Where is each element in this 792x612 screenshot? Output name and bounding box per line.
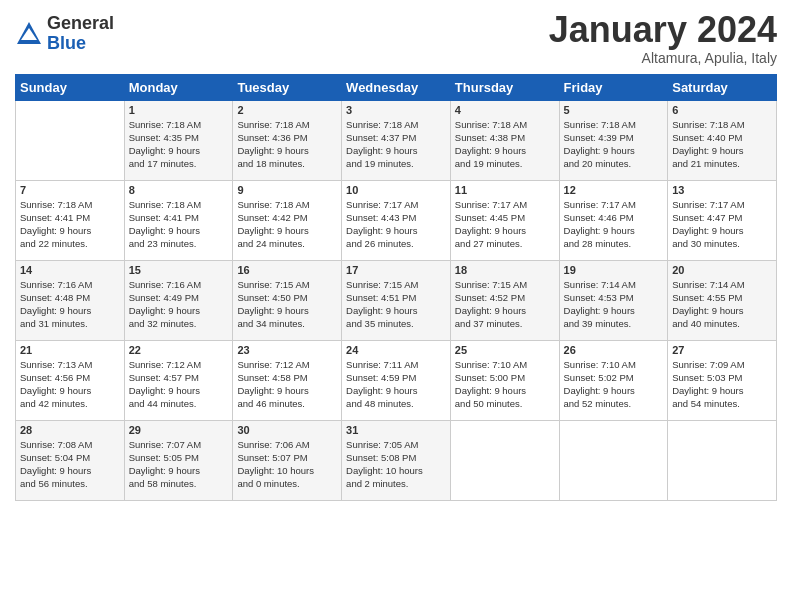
week-row-0: 1Sunrise: 7:18 AMSunset: 4:35 PMDaylight… (16, 100, 777, 180)
day-number: 5 (564, 104, 664, 116)
day-cell: 26Sunrise: 7:10 AMSunset: 5:02 PMDayligh… (559, 340, 668, 420)
day-info-line: and 42 minutes. (20, 398, 88, 409)
day-info: Sunrise: 7:12 AMSunset: 4:57 PMDaylight:… (129, 358, 229, 411)
day-info-line: and 26 minutes. (346, 238, 414, 249)
day-info-line: Daylight: 9 hours (455, 305, 526, 316)
day-info-line: and 52 minutes. (564, 398, 632, 409)
day-info-line: Daylight: 9 hours (564, 305, 635, 316)
calendar-body: 1Sunrise: 7:18 AMSunset: 4:35 PMDaylight… (16, 100, 777, 500)
day-info-line: Sunset: 4:53 PM (564, 292, 634, 303)
day-info-line: and 48 minutes. (346, 398, 414, 409)
day-cell: 27Sunrise: 7:09 AMSunset: 5:03 PMDayligh… (668, 340, 777, 420)
day-number: 6 (672, 104, 772, 116)
day-info-line: Daylight: 9 hours (20, 385, 91, 396)
day-info-line: and 22 minutes. (20, 238, 88, 249)
day-info: Sunrise: 7:16 AMSunset: 4:48 PMDaylight:… (20, 278, 120, 331)
day-info-line: Sunrise: 7:15 AM (455, 279, 527, 290)
day-info-line: Sunrise: 7:11 AM (346, 359, 418, 370)
day-number: 31 (346, 424, 446, 436)
day-info: Sunrise: 7:09 AMSunset: 5:03 PMDaylight:… (672, 358, 772, 411)
header-tuesday: Tuesday (233, 74, 342, 100)
day-info-line: and 31 minutes. (20, 318, 88, 329)
day-info-line: Daylight: 9 hours (237, 145, 308, 156)
day-cell: 5Sunrise: 7:18 AMSunset: 4:39 PMDaylight… (559, 100, 668, 180)
header-monday: Monday (124, 74, 233, 100)
day-info-line: Sunrise: 7:17 AM (346, 199, 418, 210)
day-info: Sunrise: 7:18 AMSunset: 4:39 PMDaylight:… (564, 118, 664, 171)
day-cell: 10Sunrise: 7:17 AMSunset: 4:43 PMDayligh… (342, 180, 451, 260)
day-number: 2 (237, 104, 337, 116)
day-number: 18 (455, 264, 555, 276)
day-info-line: Sunrise: 7:14 AM (672, 279, 744, 290)
day-info: Sunrise: 7:18 AMSunset: 4:42 PMDaylight:… (237, 198, 337, 251)
day-info-line: Sunrise: 7:10 AM (564, 359, 636, 370)
week-row-1: 7Sunrise: 7:18 AMSunset: 4:41 PMDaylight… (16, 180, 777, 260)
day-info-line: Sunrise: 7:07 AM (129, 439, 201, 450)
day-info-line: and 56 minutes. (20, 478, 88, 489)
day-info-line: Sunrise: 7:14 AM (564, 279, 636, 290)
calendar-container: General Blue January 2024 Altamura, Apul… (0, 0, 792, 511)
day-number: 16 (237, 264, 337, 276)
day-info-line: Sunrise: 7:18 AM (20, 199, 92, 210)
day-info-line: Sunrise: 7:18 AM (237, 119, 309, 130)
day-cell: 13Sunrise: 7:17 AMSunset: 4:47 PMDayligh… (668, 180, 777, 260)
day-info-line: and 23 minutes. (129, 238, 197, 249)
day-info: Sunrise: 7:16 AMSunset: 4:49 PMDaylight:… (129, 278, 229, 331)
day-info-line: and 30 minutes. (672, 238, 740, 249)
day-info: Sunrise: 7:11 AMSunset: 4:59 PMDaylight:… (346, 358, 446, 411)
day-info: Sunrise: 7:06 AMSunset: 5:07 PMDaylight:… (237, 438, 337, 491)
day-number: 21 (20, 344, 120, 356)
day-info-line: Sunset: 4:58 PM (237, 372, 307, 383)
day-number: 23 (237, 344, 337, 356)
day-info: Sunrise: 7:15 AMSunset: 4:51 PMDaylight:… (346, 278, 446, 331)
day-info-line: and 35 minutes. (346, 318, 414, 329)
day-info-line: Sunset: 4:48 PM (20, 292, 90, 303)
day-info-line: Sunset: 4:35 PM (129, 132, 199, 143)
day-info-line: Sunset: 4:51 PM (346, 292, 416, 303)
day-cell: 2Sunrise: 7:18 AMSunset: 4:36 PMDaylight… (233, 100, 342, 180)
day-number: 29 (129, 424, 229, 436)
day-info-line: Sunrise: 7:12 AM (129, 359, 201, 370)
day-info-line: Sunset: 4:46 PM (564, 212, 634, 223)
day-info-line: Daylight: 9 hours (129, 465, 200, 476)
day-info: Sunrise: 7:17 AMSunset: 4:43 PMDaylight:… (346, 198, 446, 251)
day-info-line: and 18 minutes. (237, 158, 305, 169)
week-row-4: 28Sunrise: 7:08 AMSunset: 5:04 PMDayligh… (16, 420, 777, 500)
day-info-line: Daylight: 9 hours (346, 145, 417, 156)
day-cell: 31Sunrise: 7:05 AMSunset: 5:08 PMDayligh… (342, 420, 451, 500)
day-info-line: Daylight: 9 hours (129, 305, 200, 316)
day-info-line: Sunrise: 7:18 AM (672, 119, 744, 130)
day-info-line: Sunset: 4:49 PM (129, 292, 199, 303)
day-info-line: Sunrise: 7:13 AM (20, 359, 92, 370)
day-cell: 7Sunrise: 7:18 AMSunset: 4:41 PMDaylight… (16, 180, 125, 260)
day-info-line: and 28 minutes. (564, 238, 632, 249)
day-cell: 1Sunrise: 7:18 AMSunset: 4:35 PMDaylight… (124, 100, 233, 180)
day-info-line: and 17 minutes. (129, 158, 197, 169)
day-info-line: Sunrise: 7:16 AM (20, 279, 92, 290)
day-info-line: and 40 minutes. (672, 318, 740, 329)
day-info: Sunrise: 7:05 AMSunset: 5:08 PMDaylight:… (346, 438, 446, 491)
day-cell: 23Sunrise: 7:12 AMSunset: 4:58 PMDayligh… (233, 340, 342, 420)
day-info-line: Sunrise: 7:17 AM (455, 199, 527, 210)
day-cell: 9Sunrise: 7:18 AMSunset: 4:42 PMDaylight… (233, 180, 342, 260)
day-number: 10 (346, 184, 446, 196)
day-info: Sunrise: 7:18 AMSunset: 4:41 PMDaylight:… (129, 198, 229, 251)
day-info-line: Daylight: 9 hours (455, 145, 526, 156)
day-info-line: Daylight: 9 hours (672, 225, 743, 236)
day-info-line: Daylight: 9 hours (129, 385, 200, 396)
day-number: 3 (346, 104, 446, 116)
day-info-line: Daylight: 9 hours (564, 385, 635, 396)
day-info-line: and 50 minutes. (455, 398, 523, 409)
day-info-line: Sunset: 4:42 PM (237, 212, 307, 223)
day-number: 4 (455, 104, 555, 116)
day-cell: 3Sunrise: 7:18 AMSunset: 4:37 PMDaylight… (342, 100, 451, 180)
header-thursday: Thursday (450, 74, 559, 100)
day-info-line: Sunrise: 7:17 AM (672, 199, 744, 210)
day-info: Sunrise: 7:14 AMSunset: 4:55 PMDaylight:… (672, 278, 772, 331)
day-info-line: Daylight: 9 hours (129, 145, 200, 156)
header-row: Sunday Monday Tuesday Wednesday Thursday… (16, 74, 777, 100)
day-info-line: Sunset: 4:41 PM (129, 212, 199, 223)
logo: General Blue (15, 14, 114, 54)
day-info-line: Daylight: 9 hours (346, 305, 417, 316)
day-info-line: Daylight: 9 hours (672, 385, 743, 396)
